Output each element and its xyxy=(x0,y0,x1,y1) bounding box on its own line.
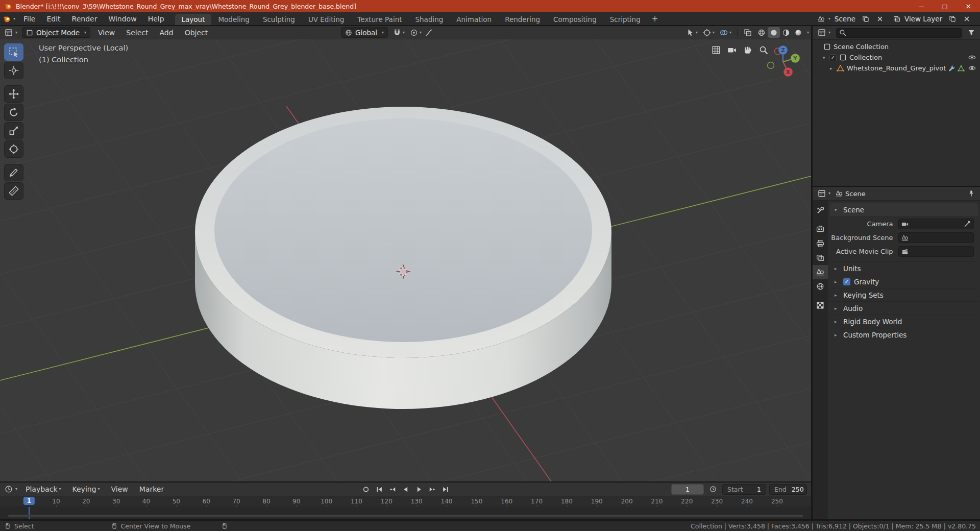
properties-breadcrumb[interactable]: Scene xyxy=(833,190,868,198)
viewport-editor-type-button[interactable]: ▾ xyxy=(2,26,20,39)
properties-tab[interactable] xyxy=(813,251,828,265)
outliner-row[interactable]: ▾ ✓ Collection xyxy=(813,52,980,63)
filter-button[interactable] xyxy=(965,26,977,39)
collection-checkbox[interactable]: ✓ xyxy=(829,54,837,61)
workspace-tab[interactable]: Animation xyxy=(450,14,498,25)
close-button[interactable]: × xyxy=(957,0,980,12)
camera-view-button[interactable] xyxy=(727,45,737,55)
scene-name[interactable]: Scene xyxy=(832,15,857,23)
current-frame-field[interactable]: 1 xyxy=(671,484,704,495)
mode-dropdown[interactable]: Object Mode ▾ xyxy=(22,27,90,38)
view-layer-name[interactable]: View Layer xyxy=(902,15,944,23)
shading-wireframe-button[interactable] xyxy=(755,27,768,38)
timeline-ruler[interactable]: 1020304050607080901001101201301401501601… xyxy=(0,496,811,507)
property-value-field[interactable] xyxy=(898,246,974,257)
axis-y-neg-ball[interactable] xyxy=(768,62,774,69)
outliner-row[interactable]: ✓ Scene Collection xyxy=(813,41,980,52)
maximize-button[interactable]: □ xyxy=(933,0,957,12)
eye-icon[interactable] xyxy=(968,64,976,72)
properties-tab[interactable] xyxy=(813,265,828,279)
timeline-editor-type-button[interactable]: ▾ xyxy=(2,482,20,496)
zoom-view-button[interactable] xyxy=(759,45,768,55)
play-reverse-button[interactable] xyxy=(400,484,411,495)
menubar-item[interactable]: Window xyxy=(103,12,142,25)
menubar-item[interactable]: Render xyxy=(66,12,103,25)
workspace-tab[interactable]: Scripting xyxy=(603,14,647,25)
view-layer-selector[interactable]: View Layer xyxy=(893,12,973,25)
frame-end-field[interactable]: End 250 xyxy=(769,484,807,495)
timeline-menu-item[interactable]: Keying ▾ xyxy=(67,482,106,496)
unlink-scene-button[interactable] xyxy=(874,12,886,25)
timeline-track[interactable] xyxy=(0,507,811,519)
panel-header[interactable]: ▸ ✓ Units xyxy=(829,261,979,275)
minimize-button[interactable]: — xyxy=(910,0,933,12)
blender-app-menu-button[interactable]: ▾ xyxy=(0,12,18,25)
workspace-tab[interactable]: Rendering xyxy=(498,14,547,25)
shading-rendered-button[interactable] xyxy=(792,27,804,38)
menubar-item[interactable]: Help xyxy=(142,12,170,25)
jump-to-end-button[interactable] xyxy=(439,484,451,495)
viewport-menu-item[interactable]: Add xyxy=(154,26,179,39)
disclosure-icon[interactable]: ▸ xyxy=(830,66,837,71)
new-view-layer-button[interactable] xyxy=(946,12,959,25)
outliner-row[interactable]: ▸ ✓ Whetstone_Round_Grey_pivot xyxy=(813,63,980,74)
workspace-tab[interactable]: Shading xyxy=(408,14,450,25)
outliner-editor-type-button[interactable]: ▾ xyxy=(815,26,833,39)
workspace-tab[interactable]: Compositing xyxy=(547,14,603,25)
ortho-grid-button[interactable] xyxy=(712,45,721,55)
tool-button[interactable] xyxy=(4,43,23,61)
tool-button[interactable] xyxy=(4,122,23,139)
jump-to-start-button[interactable] xyxy=(373,484,385,495)
properties-tab[interactable] xyxy=(813,203,828,218)
viewport-menu-item[interactable]: Select xyxy=(120,26,154,39)
tool-button[interactable] xyxy=(4,140,23,158)
property-value-field[interactable] xyxy=(898,232,974,243)
tool-button[interactable] xyxy=(4,164,23,181)
tool-button[interactable] xyxy=(4,62,23,79)
panel-checkbox[interactable]: ✓ xyxy=(843,278,850,285)
play-button[interactable] xyxy=(413,484,425,495)
auto-keying-button[interactable] xyxy=(360,484,372,495)
properties-tab[interactable] xyxy=(813,236,828,251)
property-value-field[interactable] xyxy=(898,219,974,229)
menubar-item[interactable]: Edit xyxy=(41,12,66,25)
eye-icon[interactable] xyxy=(968,54,976,61)
workspace-tab[interactable]: Texture Paint xyxy=(351,14,408,25)
shading-material-button[interactable] xyxy=(780,27,792,38)
overlays-dropdown[interactable]: ▾ xyxy=(718,29,733,37)
menubar-item[interactable]: File xyxy=(18,12,41,25)
falloff-curve-icon[interactable] xyxy=(425,29,433,37)
workspace-tab[interactable]: UV Editing xyxy=(302,14,351,25)
frame-start-field[interactable]: Start 1 xyxy=(722,484,766,495)
tool-button[interactable] xyxy=(4,85,23,103)
whetstone-object[interactable] xyxy=(195,107,611,409)
panel-header[interactable]: ▸ ✓ Custom Properties xyxy=(829,328,979,341)
timeline-menu-item[interactable]: View ▾ xyxy=(106,482,134,496)
shading-solid-button[interactable] xyxy=(768,27,780,38)
disclosure-icon[interactable]: ▾ xyxy=(823,55,829,60)
panel-header[interactable]: ▸ ✓ Rigid Body World xyxy=(829,315,979,328)
properties-editor-type-button[interactable]: ▾ xyxy=(815,187,833,200)
tool-button[interactable] xyxy=(4,182,23,200)
tool-button[interactable] xyxy=(4,104,23,121)
viewport-canvas[interactable]: Z Y X User Perspective (Local) (1) Colle… xyxy=(0,39,811,481)
pan-view-button[interactable] xyxy=(743,45,752,55)
scene-panel-header[interactable]: ▾ Scene xyxy=(830,203,978,216)
panel-header[interactable]: ▸ ✓ Keying Sets xyxy=(829,288,979,301)
next-keyframe-button[interactable] xyxy=(426,484,438,495)
properties-tab[interactable] xyxy=(813,279,828,294)
remove-view-layer-button[interactable] xyxy=(961,12,973,25)
workspace-tab[interactable]: Modeling xyxy=(211,14,256,25)
snap-toggle[interactable]: ▾ xyxy=(391,29,407,37)
panel-header[interactable]: ▸ ✓ Gravity xyxy=(829,275,979,288)
proportional-editing-toggle[interactable]: ▾ xyxy=(408,29,424,37)
properties-tab[interactable] xyxy=(813,298,828,312)
new-scene-button[interactable] xyxy=(860,12,872,25)
timeline-scrollbar[interactable] xyxy=(8,515,803,517)
outliner-search[interactable] xyxy=(836,28,962,38)
timeline-menu-item[interactable]: Playback ▾ xyxy=(20,482,66,496)
viewport-menu-item[interactable]: Object xyxy=(179,26,214,39)
eyedropper-icon[interactable] xyxy=(964,221,971,228)
search-input[interactable] xyxy=(848,29,959,36)
viewport-menu-item[interactable]: View xyxy=(92,26,120,39)
